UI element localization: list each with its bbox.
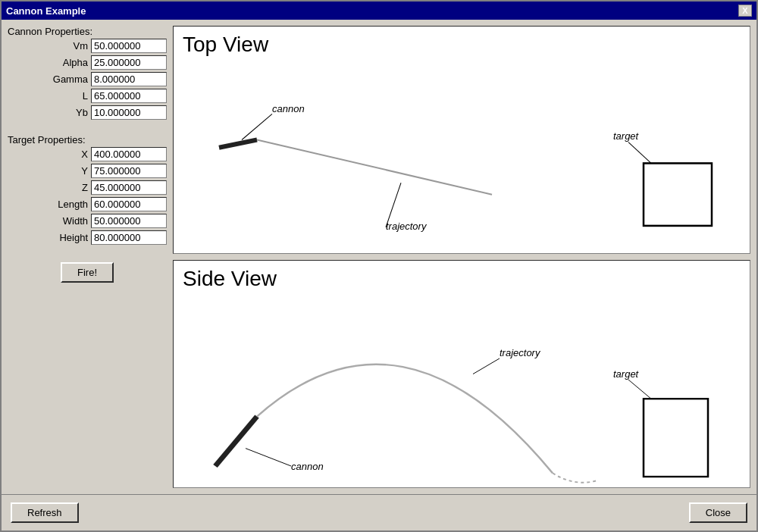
- y-label: Y: [50, 165, 88, 177]
- close-button[interactable]: Close: [689, 502, 747, 523]
- length-row: Length: [8, 197, 167, 211]
- width-row: Width: [8, 214, 167, 228]
- target-properties-label: Target Properties:: [8, 134, 167, 146]
- side-view-svg: cannon trajectory target: [174, 261, 750, 487]
- svg-line-7: [628, 142, 651, 164]
- width-label: Width: [50, 215, 88, 227]
- top-view-title: Top View: [183, 33, 268, 57]
- svg-text:cannon: cannon: [272, 103, 305, 114]
- vm-input[interactable]: [91, 39, 167, 53]
- l-label: L: [50, 90, 88, 102]
- height-label: Height: [50, 232, 88, 243]
- refresh-button[interactable]: Refresh: [11, 502, 79, 523]
- svg-line-1: [257, 140, 492, 195]
- l-input[interactable]: [91, 89, 167, 103]
- svg-rect-8: [644, 163, 712, 225]
- z-input[interactable]: [91, 180, 167, 195]
- vm-row: Vm: [8, 39, 167, 53]
- svg-line-0: [219, 140, 257, 148]
- yb-row: Yb: [8, 105, 167, 120]
- x-label: X: [50, 149, 88, 160]
- bottom-bar: Refresh Close: [2, 494, 756, 530]
- cannon-properties-section: Cannon Properties: Vm Alpha Gamma L: [8, 26, 167, 122]
- y-input[interactable]: [91, 164, 167, 178]
- height-row: Height: [8, 230, 167, 245]
- left-panel: Cannon Properties: Vm Alpha Gamma L: [8, 26, 167, 488]
- svg-line-3: [242, 114, 272, 139]
- l-row: L: [8, 89, 167, 103]
- window-close-button[interactable]: X: [738, 5, 752, 17]
- right-panel: Top View cannon trajectory target: [173, 26, 750, 488]
- svg-text:trajectory: trajectory: [500, 349, 540, 359]
- yb-input[interactable]: [91, 105, 167, 120]
- gamma-label: Gamma: [50, 74, 88, 85]
- svg-line-13: [473, 358, 500, 374]
- svg-text:cannon: cannon: [291, 462, 324, 472]
- target-properties-section: Target Properties: X Y Z Length: [8, 134, 167, 247]
- main-content: Cannon Properties: Vm Alpha Gamma L: [2, 20, 756, 494]
- alpha-row: Alpha: [8, 55, 167, 70]
- cannon-properties-label: Cannon Properties:: [8, 26, 167, 37]
- x-input[interactable]: [91, 147, 167, 161]
- window-title: Cannon Example: [6, 5, 86, 17]
- z-label: Z: [50, 182, 88, 193]
- fire-button[interactable]: Fire!: [61, 262, 114, 283]
- svg-rect-16: [644, 399, 708, 477]
- side-view-box: Side View cannon trajectory target: [173, 260, 750, 488]
- svg-line-11: [246, 449, 291, 466]
- height-input[interactable]: [91, 230, 167, 245]
- gamma-input[interactable]: [91, 72, 167, 86]
- svg-text:target: target: [613, 370, 639, 380]
- svg-line-9: [215, 417, 257, 466]
- svg-text:target: target: [613, 130, 640, 142]
- length-input[interactable]: [91, 197, 167, 211]
- gamma-row: Gamma: [8, 72, 167, 86]
- title-bar: Cannon Example X: [2, 2, 756, 20]
- alpha-label: Alpha: [50, 57, 88, 68]
- fire-button-container: Fire!: [8, 262, 167, 283]
- length-label: Length: [50, 199, 88, 210]
- svg-text:trajectory: trajectory: [386, 221, 428, 232]
- main-window: Cannon Example X Cannon Properties: Vm A…: [0, 0, 758, 532]
- svg-line-15: [628, 380, 651, 399]
- alpha-input[interactable]: [91, 55, 167, 70]
- y-row: Y: [8, 164, 167, 178]
- width-input[interactable]: [91, 214, 167, 228]
- vm-label: Vm: [50, 40, 88, 52]
- top-view-box: Top View cannon trajectory target: [173, 26, 750, 254]
- yb-label: Yb: [50, 107, 88, 118]
- side-view-title: Side View: [183, 267, 277, 291]
- top-view-svg: cannon trajectory target: [174, 27, 750, 253]
- x-row: X: [8, 147, 167, 161]
- z-row: Z: [8, 180, 167, 195]
